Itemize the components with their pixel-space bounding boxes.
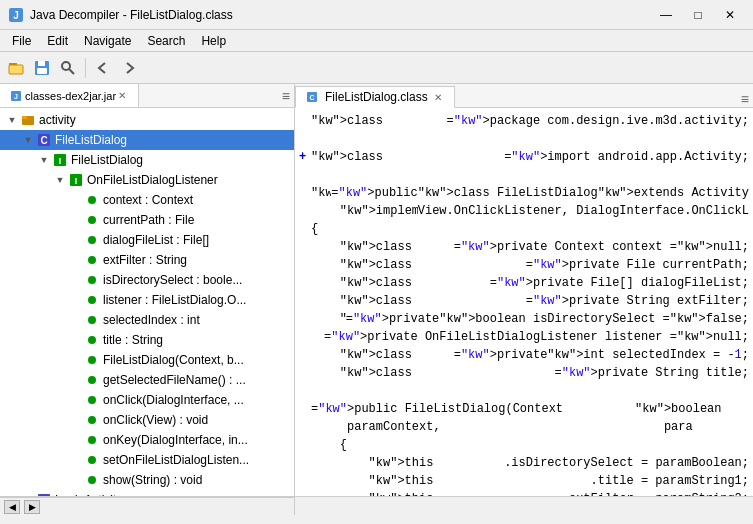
tree-item[interactable]: ▼ I OnFileListDialogListener [0, 170, 294, 190]
close-button[interactable]: ✕ [715, 5, 745, 25]
tree-item[interactable]: show(String) : void [0, 470, 294, 490]
tree-item[interactable]: selectedIndex : int [0, 310, 294, 330]
tree-expander[interactable] [68, 272, 84, 288]
tree-item[interactable]: ▼ I FileListDialog [0, 150, 294, 170]
tree-expander[interactable]: ▶ [20, 492, 36, 496]
tree-item[interactable]: isDirectorySelect : boole... [0, 270, 294, 290]
tree-expander[interactable] [68, 312, 84, 328]
tree-icon [84, 452, 100, 468]
tree-item[interactable]: onClick(DialogInterface, ... [0, 390, 294, 410]
svg-point-19 [88, 196, 96, 204]
right-bottom-space [295, 497, 753, 514]
left-panel-tab-close[interactable]: ✕ [116, 90, 128, 101]
forward-button[interactable] [117, 56, 141, 80]
back-button[interactable] [91, 56, 115, 80]
tree-icon [84, 372, 100, 388]
tree-expander[interactable] [68, 352, 84, 368]
tree-expander[interactable] [68, 472, 84, 488]
tree-expander[interactable]: ▼ [20, 132, 36, 148]
svg-line-8 [69, 69, 74, 74]
save-button[interactable] [30, 56, 54, 80]
right-panel: C FileListDialog.class ✕ ≡ "kw">class="k… [295, 84, 753, 496]
tree-expander[interactable]: ▼ [52, 172, 68, 188]
tree-icon [20, 112, 36, 128]
maximize-button[interactable]: □ [683, 5, 713, 25]
main-content: J classes-dex2jar.jar ✕ ≡ ▼ activity ▼ C… [0, 84, 753, 496]
tree-item[interactable]: FileListDialog(Context, b... [0, 350, 294, 370]
svg-point-31 [88, 436, 96, 444]
tree-expander[interactable]: ▼ [36, 152, 52, 168]
tree-item[interactable]: listener : FileListDialog.O... [0, 290, 294, 310]
tree-expander[interactable] [68, 292, 84, 308]
tree-item[interactable]: context : Context [0, 190, 294, 210]
code-text: "kw">class [311, 328, 324, 346]
svg-point-7 [62, 62, 70, 70]
tree-item[interactable]: setOnFileListDialogListen... [0, 450, 294, 470]
tree-item[interactable]: title : String [0, 330, 294, 350]
tree-expander[interactable] [68, 212, 84, 228]
tree-icon [84, 432, 100, 448]
tree-expander[interactable] [68, 452, 84, 468]
tree-expander[interactable] [68, 192, 84, 208]
search-toolbar-button[interactable] [56, 56, 80, 80]
tree-expander[interactable] [68, 392, 84, 408]
svg-point-32 [88, 456, 96, 464]
code-text: "kw">this [311, 490, 562, 496]
code-line: "kw">class="kw">private "kw">int selecte… [295, 346, 753, 364]
tree-label: FileListDialog [55, 133, 127, 147]
tree-item[interactable]: ▶ C LoginActivity [0, 490, 294, 496]
left-nav-forward[interactable]: ▶ [24, 500, 40, 514]
tree-label: onKey(DialogInterface, in... [103, 433, 248, 447]
tree-item[interactable]: getSelectedFileName() : ... [0, 370, 294, 390]
svg-point-30 [88, 416, 96, 424]
left-panel-tab[interactable]: J classes-dex2jar.jar ✕ [0, 84, 139, 107]
code-line: "kw">implements View.OnClickListener, Di… [295, 202, 753, 220]
open-button[interactable] [4, 56, 28, 80]
tree-item[interactable]: ▼ C FileListDialog [0, 130, 294, 150]
code-text: "kw">this [311, 472, 591, 490]
tree-expander[interactable] [68, 252, 84, 268]
svg-point-26 [88, 336, 96, 344]
code-area[interactable]: "kw">class="kw">package com.design.ive.m… [295, 108, 753, 496]
svg-point-21 [88, 236, 96, 244]
code-tab-close[interactable]: ✕ [432, 92, 444, 103]
tree-item[interactable]: extFilter : String [0, 250, 294, 270]
tree-expander[interactable] [68, 232, 84, 248]
tree-item[interactable]: currentPath : File [0, 210, 294, 230]
menu-navigate[interactable]: Navigate [76, 30, 139, 52]
tree-icon [84, 212, 100, 228]
tree-expander[interactable] [68, 412, 84, 428]
tree-item[interactable]: onKey(DialogInterface, in... [0, 430, 294, 450]
menu-search[interactable]: Search [139, 30, 193, 52]
code-expand-icon[interactable]: + [299, 148, 311, 166]
menu-file[interactable]: File [4, 30, 39, 52]
minimize-button[interactable]: — [651, 5, 681, 25]
left-scroll-icon[interactable]: ≡ [282, 88, 290, 104]
tree-label: isDirectorySelect : boole... [103, 273, 242, 287]
svg-text:I: I [59, 156, 62, 166]
tree-expander[interactable] [68, 432, 84, 448]
svg-text:J: J [13, 10, 19, 21]
tree-item[interactable]: onClick(View) : void [0, 410, 294, 430]
code-text: "kw">class [311, 112, 447, 130]
code-tab[interactable]: C FileListDialog.class ✕ [295, 86, 455, 108]
tree-item[interactable]: ▼ activity [0, 110, 294, 130]
tree-area: ▼ activity ▼ C FileListDialog ▼ I FileLi… [0, 108, 294, 496]
tree-expander[interactable] [68, 332, 84, 348]
code-text: "kw">class [311, 364, 555, 382]
title-bar-buttons: — □ ✕ [651, 5, 745, 25]
left-panel: J classes-dex2jar.jar ✕ ≡ ▼ activity ▼ C… [0, 84, 295, 496]
svg-text:I: I [75, 176, 78, 186]
left-panel-tab-label: classes-dex2jar.jar [25, 90, 116, 102]
menu-help[interactable]: Help [193, 30, 234, 52]
code-scroll-icon[interactable]: ≡ [741, 91, 749, 107]
code-line: "kw">class="kw">package com.design.ive.m… [295, 112, 753, 130]
code-line: "kw">class="kw">public "kw">class FileLi… [295, 184, 753, 202]
tree-label: LoginActivity [55, 493, 122, 496]
tree-expander[interactable] [68, 372, 84, 388]
left-nav-back[interactable]: ◀ [4, 500, 20, 514]
tree-expander[interactable]: ▼ [4, 112, 20, 128]
code-text: "kw">implements [311, 202, 418, 220]
tree-item[interactable]: dialogFileList : File[] [0, 230, 294, 250]
menu-edit[interactable]: Edit [39, 30, 76, 52]
